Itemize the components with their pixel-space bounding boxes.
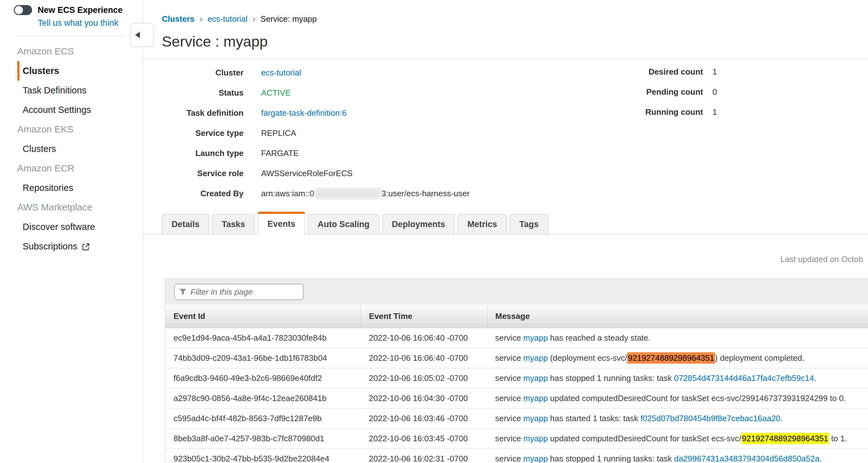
inline-link[interactable]: fargate-task-definition:6	[261, 108, 347, 118]
count-row: Running count1	[593, 102, 717, 122]
tab-events[interactable]: Events	[258, 212, 305, 234]
event-message-cell: service myapp updated computedDesiredCou…	[487, 388, 868, 409]
inline-link[interactable]: myapp	[523, 434, 548, 443]
sidebar-item-label: Subscriptions	[23, 241, 77, 252]
detail-value: REPLICA	[261, 128, 296, 138]
inline-link[interactable]: myapp	[523, 414, 548, 423]
inline-link[interactable]: myapp	[523, 373, 548, 383]
sidebar-nav: Amazon ECSClustersTask DefinitionsAccoun…	[0, 41, 143, 256]
sidebar-item-clusters[interactable]: Clusters	[17, 139, 143, 158]
sidebar-item-label: Repositories	[23, 183, 73, 193]
event-id-cell: 8beb3a8f-a0e7-4257-983b-c7fc870980d1	[165, 429, 361, 449]
service-details: Clusterecs-tutorialStatusACTIVETask defi…	[162, 63, 868, 203]
count-value: 0	[712, 87, 717, 97]
tab-metrics[interactable]: Metrics	[458, 214, 507, 234]
count-row: Desired count1	[593, 62, 717, 82]
last-updated-text: Last updated on Octob	[780, 255, 863, 264]
new-ecs-experience-row: New ECS Experience	[0, 0, 143, 15]
detail-value: ecs-tutorial	[261, 68, 301, 78]
tab-bar: DetailsTasksEventsAuto ScalingDeployment…	[143, 212, 868, 234]
sidebar-item-label: Account Settings	[23, 105, 91, 115]
external-link-icon	[82, 243, 90, 251]
inline-link[interactable]: myapp	[523, 454, 548, 463]
sidebar-item-task-definitions[interactable]: Task Definitions	[17, 81, 143, 100]
sidebar-collapse-button[interactable]	[130, 23, 154, 47]
sidebar-item-discover-software[interactable]: Discover software	[17, 217, 143, 236]
events-panel: Event Id Event Time Message ec9e1d94-9ac…	[165, 278, 868, 463]
inline-link[interactable]: myapp	[523, 333, 548, 343]
message-text: has stopped 1 running tasks: task	[548, 454, 674, 463]
sidebar-item-label: Clusters	[23, 144, 56, 154]
status-badge: ACTIVE	[261, 88, 291, 98]
detail-value: arn:aws:iam::03:user/ecs-harness-user	[261, 188, 469, 199]
message-text: 3:user/ecs-harness-user	[381, 189, 469, 199]
inline-link[interactable]: myapp	[523, 353, 548, 363]
sidebar-item-label: Clusters	[23, 66, 59, 76]
inline-link[interactable]: da29967431a3483794304d56d850a52a	[674, 454, 819, 463]
detail-label: Status	[162, 88, 244, 98]
inline-link[interactable]: f025d07bd780454b9f8e7cebac16aa20	[641, 414, 780, 423]
column-header-event-id: Event Id	[165, 305, 361, 328]
message-text: has started 1 tasks: task	[548, 414, 641, 423]
detail-label: Created By	[162, 189, 244, 199]
breadcrumb-current: Service: myapp	[260, 14, 317, 24]
tab-details[interactable]: Details	[162, 214, 209, 234]
count-label: Running count	[593, 107, 703, 117]
event-id-cell: f6a9cdb3-9460-49e3-b2c6-98669e40fdf2	[165, 368, 361, 388]
event-id-cell: 74bb3d09-c209-43a1-96be-1db1f6783b04	[165, 348, 361, 368]
page-title: Service : myapp	[162, 33, 868, 50]
toggle-knob-icon	[15, 6, 23, 14]
main-content: Clusters › ecs-tutorial › Service: myapp…	[143, 0, 868, 463]
message-text: (deployment ecs-svc/	[548, 353, 627, 363]
sidebar-item-subscriptions[interactable]: Subscriptions	[17, 236, 143, 256]
detail-value: fargate-task-definition:6	[261, 108, 347, 118]
sidebar-item-repositories[interactable]: Repositories	[17, 178, 143, 198]
table-row: 923b05c1-30b2-47bb-b535-9d2be22084e42022…	[165, 449, 868, 463]
chevron-left-icon	[135, 32, 140, 38]
event-time-cell: 2022-10-06 16:03:45 -0700	[361, 429, 487, 449]
tab-deployments[interactable]: Deployments	[382, 214, 455, 234]
message-text: REPLICA	[261, 128, 296, 138]
breadcrumb-clusters-link[interactable]: Clusters	[162, 14, 194, 24]
event-message-cell: service myapp has reached a steady state…	[487, 328, 868, 348]
table-row: 8beb3a8f-a0e7-4257-983b-c7fc870980d12022…	[165, 429, 868, 449]
detail-label: Task definition	[162, 108, 244, 118]
event-id-cell: a2978c90-0856-4a8e-9f4c-12eae260841b	[165, 388, 361, 409]
inline-link[interactable]: myapp	[523, 394, 548, 403]
sidebar-item-account-settings[interactable]: Account Settings	[17, 100, 143, 119]
table-row: c595ad4c-bf4f-482b-8563-7df9c1287e9b2022…	[165, 409, 868, 429]
count-label: Pending count	[593, 87, 703, 97]
new-ecs-experience-toggle[interactable]	[14, 5, 32, 15]
message-text: service	[495, 434, 524, 443]
search-highlight-orange: 9219274889298964351	[627, 352, 715, 364]
detail-value: AWSServiceRoleForECS	[261, 169, 352, 178]
tab-tags[interactable]: Tags	[510, 214, 548, 234]
message-text: service	[495, 353, 524, 363]
event-message-cell: service myapp has started 1 tasks: task …	[487, 409, 868, 429]
count-value: 1	[712, 67, 717, 77]
event-time-cell: 2022-10-06 16:06:40 -0700	[361, 328, 487, 348]
message-text: has stopped 1 running tasks: task	[548, 373, 674, 383]
event-id-cell: ec9e1d94-9aca-45b4-a4a1-7823030fe84b	[165, 328, 361, 348]
sidebar-item-label: Task Definitions	[23, 85, 86, 96]
message-text: .	[814, 373, 816, 383]
message-text: AWSServiceRoleForECS	[261, 169, 352, 178]
event-time-cell: 2022-10-06 16:02:31 -0700	[361, 449, 487, 463]
table-row: f6a9cdb3-9460-49e3-b2c6-98669e40fdf22022…	[165, 368, 868, 388]
event-message-cell: service myapp updated computedDesiredCou…	[487, 429, 868, 449]
event-time-cell: 2022-10-06 16:03:46 -0700	[361, 409, 487, 429]
inline-link[interactable]: 072854d473144d46a17fa4c7efb59c14	[674, 373, 814, 383]
feedback-link[interactable]: Tell us what you think	[38, 18, 143, 28]
tab-tasks[interactable]: Tasks	[212, 214, 255, 234]
count-value: 1	[712, 107, 717, 117]
event-id-cell: c595ad4c-bf4f-482b-8563-7df9c1287e9b	[165, 409, 361, 429]
breadcrumb-cluster-link[interactable]: ecs-tutorial	[208, 14, 247, 24]
inline-link[interactable]: ecs-tutorial	[261, 68, 301, 78]
tab-auto-scaling[interactable]: Auto Scaling	[308, 214, 379, 234]
sidebar-item-clusters[interactable]: Clusters	[17, 61, 143, 81]
filter-input[interactable]	[190, 287, 299, 297]
message-text: updated computedDesiredCount for taskSet…	[548, 434, 741, 443]
count-row: Pending count0	[593, 82, 717, 102]
event-time-cell: 2022-10-06 16:04:30 -0700	[361, 388, 487, 409]
events-table-header-row: Event Id Event Time Message	[165, 305, 868, 328]
